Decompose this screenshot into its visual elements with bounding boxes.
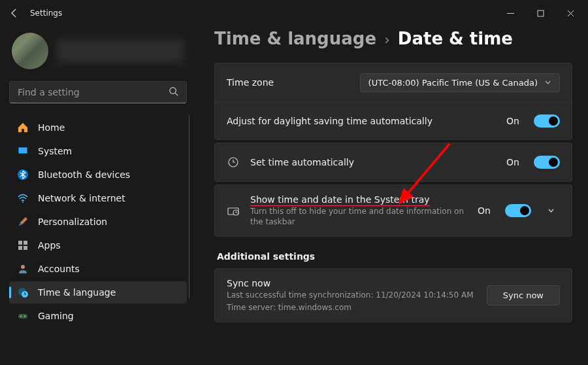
toggle-state: On xyxy=(506,157,519,167)
sync-title: Sync now xyxy=(227,278,476,288)
row-auto-time: Set time automatically On xyxy=(215,143,572,181)
sync-server: Time server: time.windows.com xyxy=(227,302,476,313)
person-icon xyxy=(17,263,29,275)
svg-rect-3 xyxy=(19,148,27,153)
additional-settings-header: Additional settings xyxy=(217,251,572,262)
nav: Home System Bluetooth & devices Network … xyxy=(7,115,189,358)
svg-rect-7 xyxy=(24,241,27,245)
toggle-state: On xyxy=(506,116,519,126)
svg-rect-6 xyxy=(18,241,22,245)
sidebar-item-accounts[interactable]: Accounts xyxy=(9,258,187,280)
svg-point-15 xyxy=(24,316,25,317)
sidebar-item-home[interactable]: Home xyxy=(9,116,187,139)
titlebar: Settings xyxy=(0,0,588,26)
globe-clock-icon xyxy=(17,287,29,298)
sidebar: Home System Bluetooth & devices Network … xyxy=(0,26,196,365)
svg-rect-0 xyxy=(538,10,544,16)
toggle-state: On xyxy=(478,205,491,216)
sidebar-item-label: Personalization xyxy=(38,217,107,227)
row-subtitle: Turn this off to hide your time and date… xyxy=(250,206,467,227)
profile-name xyxy=(56,39,184,63)
brush-icon xyxy=(17,216,29,228)
svg-rect-9 xyxy=(24,246,27,250)
profile-block[interactable] xyxy=(7,26,189,81)
sidebar-item-label: Gaming xyxy=(38,311,74,321)
row-title: Time zone xyxy=(227,77,350,88)
apps-icon xyxy=(17,239,29,251)
card-systray: Show time and date in the System tray Tu… xyxy=(214,184,572,237)
close-button[interactable] xyxy=(555,3,585,23)
sidebar-item-label: Accounts xyxy=(38,264,80,274)
app-title: Settings xyxy=(30,9,62,18)
systray-toggle[interactable] xyxy=(505,204,531,217)
row-title: Show time and date in the System tray xyxy=(250,194,467,205)
taskbar-clock-icon xyxy=(227,204,240,217)
breadcrumb: Time & language › Date & time xyxy=(214,29,572,48)
sidebar-item-time-language[interactable]: Time & language xyxy=(9,281,187,304)
sidebar-item-system[interactable]: System xyxy=(9,140,187,162)
page-title: Date & time xyxy=(398,29,513,48)
avatar xyxy=(12,33,48,69)
scrollbar-thumb[interactable] xyxy=(189,115,189,298)
back-button[interactable] xyxy=(3,1,26,25)
sidebar-item-label: Time & language xyxy=(38,287,116,298)
svg-point-10 xyxy=(21,265,25,269)
sidebar-item-network[interactable]: Network & internet xyxy=(9,187,187,209)
row-dst: Adjust for daylight saving time automati… xyxy=(215,101,572,139)
wifi-icon xyxy=(17,192,29,204)
sidebar-item-label: Network & internet xyxy=(38,193,125,203)
sidebar-item-label: Home xyxy=(38,122,65,133)
sync-last: Last successful time synchronization: 11… xyxy=(227,290,476,300)
sidebar-scrollbar[interactable] xyxy=(189,115,189,358)
auto-time-toggle[interactable] xyxy=(534,156,560,169)
gamepad-icon xyxy=(17,310,29,322)
sidebar-item-label: Apps xyxy=(38,240,61,251)
svg-point-5 xyxy=(22,201,24,203)
sidebar-item-bluetooth[interactable]: Bluetooth & devices xyxy=(9,164,187,186)
card-auto-time: Set time automatically On xyxy=(214,143,572,182)
chevron-down-icon xyxy=(544,78,551,88)
sidebar-item-personalization[interactable]: Personalization xyxy=(9,211,187,233)
clock-icon xyxy=(227,156,240,168)
system-icon xyxy=(17,145,29,157)
dst-toggle[interactable] xyxy=(534,114,560,128)
timezone-dropdown[interactable]: (UTC-08:00) Pacific Time (US & Canada) xyxy=(360,73,560,92)
bluetooth-icon xyxy=(17,169,29,181)
minimize-button[interactable] xyxy=(495,3,525,23)
sidebar-item-apps[interactable]: Apps xyxy=(9,234,187,256)
maximize-button[interactable] xyxy=(525,3,555,23)
svg-point-1 xyxy=(170,87,176,93)
svg-rect-13 xyxy=(18,314,27,319)
search-icon xyxy=(169,86,178,99)
svg-point-14 xyxy=(20,316,22,317)
row-title: Adjust for daylight saving time automati… xyxy=(227,116,496,126)
card-sync: Sync now Last successful time synchroniz… xyxy=(214,268,572,322)
dropdown-value: (UTC-08:00) Pacific Time (US & Canada) xyxy=(368,78,538,88)
expand-chevron[interactable] xyxy=(542,205,560,217)
chevron-right-icon: › xyxy=(384,31,390,48)
sync-now-button[interactable]: Sync now xyxy=(487,285,560,305)
svg-rect-8 xyxy=(18,246,22,250)
row-sync: Sync now Last successful time synchroniz… xyxy=(215,269,572,321)
sidebar-item-label: System xyxy=(38,146,72,156)
row-title: Set time automatically xyxy=(250,157,496,167)
row-systray[interactable]: Show time and date in the System tray Tu… xyxy=(215,185,572,236)
sidebar-item-label: Bluetooth & devices xyxy=(38,169,130,180)
row-timezone: Time zone (UTC-08:00) Pacific Time (US &… xyxy=(215,63,572,101)
sidebar-item-gaming[interactable]: Gaming xyxy=(9,305,187,327)
main-content: Time & language › Date & time Time zone … xyxy=(196,26,588,365)
breadcrumb-parent[interactable]: Time & language xyxy=(214,29,376,48)
home-icon xyxy=(17,122,29,133)
search-box[interactable] xyxy=(9,81,187,103)
card-timezone: Time zone (UTC-08:00) Pacific Time (US &… xyxy=(214,63,572,140)
search-input[interactable] xyxy=(18,87,169,97)
